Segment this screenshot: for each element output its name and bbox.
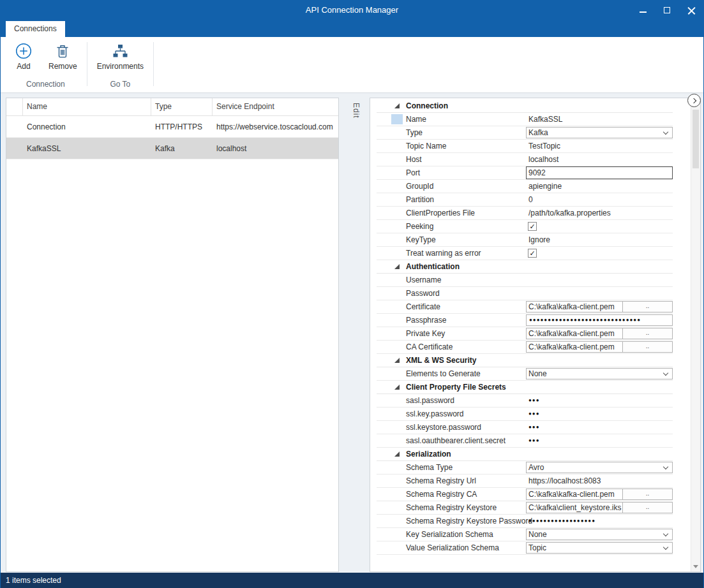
property-value-value-serialization-schema[interactable]: Topic [526, 541, 673, 554]
property-value-certificate[interactable]: C:\kafka\kafka-client.pem.. [526, 300, 673, 313]
property-value-clientproperties-file[interactable]: /path/to/kafka.properties [526, 207, 673, 219]
section-header-serialization[interactable]: Serialization [377, 448, 673, 461]
add-button[interactable]: Add [10, 40, 38, 71]
dropdown[interactable]: Kafka [526, 127, 673, 138]
property-value-keytype[interactable]: Ignore [526, 233, 673, 246]
property-label: Treat warning as error [377, 247, 527, 260]
value-text: 0 [526, 193, 673, 206]
remove-button-label: Remove [49, 62, 77, 71]
property-row-schema-registry-keystore: Schema Registry KeystoreC:\kafka\client_… [377, 501, 673, 515]
environments-button[interactable]: Environments [93, 40, 148, 71]
tab-connections[interactable]: Connections [6, 21, 65, 37]
cell-c2: Kafka [151, 138, 213, 159]
property-value-elements-to-generate[interactable]: None [526, 367, 673, 380]
property-value-peeking[interactable]: ✓ [526, 220, 673, 233]
vertical-scrollbar[interactable] [691, 98, 700, 571]
property-value-port[interactable]: 9092 [526, 166, 673, 179]
expander-triangle-icon [394, 452, 400, 457]
property-row-key-serialization-schema: Key Serialization SchemaNone [377, 528, 673, 541]
collapse-panel-button[interactable] [687, 94, 701, 107]
property-value-password[interactable] [526, 287, 673, 300]
property-label: GroupId [377, 180, 527, 193]
property-value-name[interactable]: KafkaSSL [526, 113, 673, 126]
section-header-xml-ws-security[interactable]: XML & WS Security [377, 354, 673, 367]
property-value-topic-name[interactable]: TestTopic [526, 140, 673, 152]
property-label: Key Serialization Schema [377, 528, 527, 541]
property-label: Partition [377, 193, 527, 206]
property-row-schema-type: Schema TypeAvro [377, 461, 673, 474]
property-value-private-key[interactable]: C:\kafka\kafka-client.pem.. [526, 327, 673, 340]
file-path-input[interactable]: C:\kafka\kafka-client.pem.. [526, 341, 673, 353]
file-path-input[interactable]: C:\kafka\kafka-client.pem.. [526, 489, 673, 500]
header-name[interactable]: Name [23, 98, 151, 115]
file-path-input[interactable]: C:\kafka\kafka-client.pem.. [526, 301, 673, 312]
dropdown[interactable]: None [526, 529, 673, 540]
maximize-icon [664, 7, 670, 13]
file-path-input[interactable]: C:\kafka\kafka-client.pem.. [526, 328, 673, 339]
property-row-private-key: Private KeyC:\kafka\kafka-client.pem.. [377, 327, 673, 341]
scrollbar-thumb[interactable] [693, 110, 699, 168]
maximize-button[interactable] [663, 6, 671, 15]
value-text: /path/to/kafka.properties [526, 207, 673, 219]
property-value-passphrase[interactable]: ●●●●●●●●●●●●●●●●●●●●●●●●●●●●●● [526, 314, 673, 327]
close-button[interactable] [687, 6, 696, 15]
minimize-button[interactable] [638, 6, 647, 15]
browse-button[interactable]: .. [622, 302, 672, 312]
tab-edit[interactable]: Edit [352, 103, 361, 119]
property-value-schema-registry-ca[interactable]: C:\kafka\kafka-client.pem.. [526, 488, 673, 501]
property-value-treat-warning-as-error[interactable]: ✓ [526, 247, 673, 260]
property-value-schema-registry-keystore-password[interactable]: ●●●●●●●●●●●●●●●●●● [526, 515, 673, 527]
group-separator [153, 42, 154, 86]
focused-text-input[interactable]: 9092 [526, 166, 673, 179]
property-value-groupid[interactable]: apiengine [526, 180, 673, 193]
property-label: Schema Registry Keystore Password [377, 515, 527, 527]
chevron-down-icon [663, 464, 668, 469]
property-value-sasl-password[interactable]: ●●● [526, 394, 673, 407]
property-row-treat-warning-as-error: Treat warning as error✓ [377, 247, 673, 260]
browse-button[interactable]: .. [622, 489, 672, 499]
section-header-connection[interactable]: Connection [377, 99, 673, 113]
browse-button[interactable]: .. [622, 342, 672, 352]
property-label: sasl.password [377, 394, 527, 407]
property-value-schema-registry-url[interactable]: https://localhost:8083 [526, 474, 673, 487]
property-row-elements-to-generate: Elements to GenerateNone [377, 367, 673, 381]
property-value-schema-registry-keystore[interactable]: C:\kafka\client_keystore.iks.. [526, 501, 673, 514]
section-header-client-property-file-secrets[interactable]: Client Property File Secrets [377, 381, 673, 394]
app-window: API Connection Manager Connections Add [0, 0, 704, 588]
property-value-ca-certificate[interactable]: C:\kafka\kafka-client.pem.. [526, 341, 673, 353]
property-row-type: TypeKafka [377, 126, 673, 140]
dropdown[interactable]: Topic [526, 542, 673, 554]
connection-row-kafkassl[interactable]: KafkaSSLKafkalocalhost [6, 138, 338, 159]
checkbox[interactable]: ✓ [528, 249, 537, 258]
add-circle-icon [14, 41, 33, 61]
property-value-host[interactable]: localhost [526, 153, 673, 166]
property-value-partition[interactable]: 0 [526, 193, 673, 206]
property-label: Schema Registry Url [377, 474, 527, 487]
property-value-type[interactable]: Kafka [526, 126, 673, 139]
section-header-authentication[interactable]: Authentication [377, 260, 673, 274]
property-row-ssl-key-password: ssl.key.password●●● [377, 408, 673, 421]
property-value-ssl-keystore-password[interactable]: ●●● [526, 421, 673, 434]
property-value-username[interactable] [526, 274, 673, 286]
browse-button[interactable]: .. [622, 503, 672, 513]
header-service-endpoint[interactable]: Service Endpoint [213, 98, 338, 115]
property-grid-panel: ConnectionNameKafkaSSLTypeKafkaTopic Nam… [370, 98, 701, 572]
browse-button[interactable]: .. [622, 328, 672, 339]
property-label: Username [377, 274, 527, 286]
header-type[interactable]: Type [151, 98, 213, 115]
property-value-ssl-key-password[interactable]: ●●● [526, 408, 673, 420]
property-value-schema-type[interactable]: Avro [526, 461, 673, 474]
file-path-input[interactable]: C:\kafka\client_keystore.iks.. [526, 502, 673, 513]
property-value-key-serialization-schema[interactable]: None [526, 528, 673, 541]
window-controls [638, 0, 696, 20]
ribbon-toolbar: Add Remove Connection Environments [1, 37, 703, 93]
chevron-right-icon [691, 98, 696, 103]
ribbon-tab-row: Connections [1, 20, 703, 37]
remove-button[interactable]: Remove [44, 40, 82, 71]
scroll-down-button[interactable] [691, 562, 700, 571]
dropdown[interactable]: Avro [526, 462, 673, 473]
dropdown[interactable]: None [526, 368, 673, 379]
connection-row-connection[interactable]: ConnectionHTTP/HTTPShttps://webservice.t… [6, 116, 338, 138]
checkbox[interactable]: ✓ [528, 222, 537, 231]
property-value-sasl-oauthbearer-client-secret[interactable]: ●●● [526, 434, 673, 447]
